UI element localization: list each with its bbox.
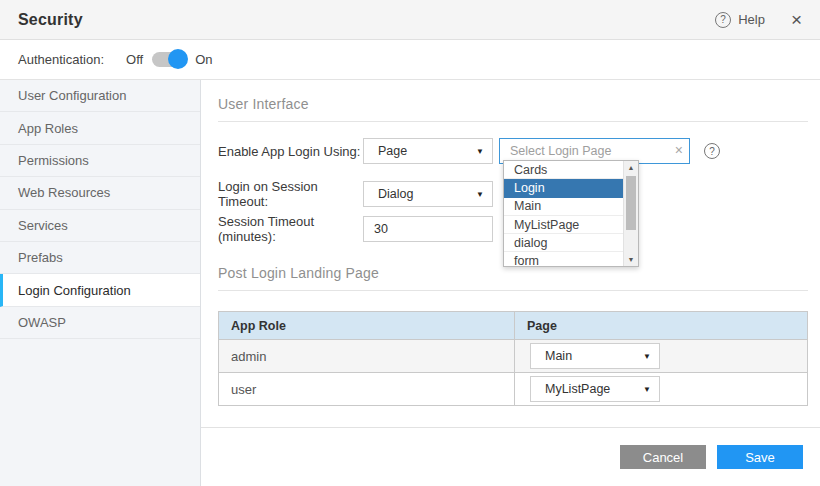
- authentication-label: Authentication:: [18, 52, 104, 67]
- save-button[interactable]: Save: [717, 445, 803, 469]
- dropdown-option-mylistpage[interactable]: MyListPage: [504, 216, 623, 234]
- chevron-down-icon: ▼: [643, 385, 651, 394]
- table-header-row: App Role Page: [219, 312, 807, 340]
- help-icon: ?: [715, 12, 731, 28]
- toggle-on-label: On: [195, 52, 212, 67]
- login-page-help-icon[interactable]: ?: [704, 143, 720, 159]
- security-dialog: Security ? Help × Authentication: Off On…: [0, 0, 820, 486]
- scrollbar-thumb[interactable]: [626, 176, 636, 230]
- help-label: Help: [738, 12, 765, 27]
- dropdown-option-login[interactable]: Login: [504, 179, 623, 197]
- authentication-bar: Authentication: Off On: [0, 40, 820, 80]
- sidebar-item-app-roles[interactable]: App Roles: [0, 112, 200, 144]
- admin-page-select[interactable]: Main ▼: [530, 343, 660, 369]
- app-role-cell: admin: [219, 340, 515, 372]
- sidebar-item-services[interactable]: Services: [0, 210, 200, 242]
- user-page-select[interactable]: MyListPage ▼: [530, 376, 660, 402]
- scroll-up-icon[interactable]: ▲: [624, 161, 638, 174]
- dropdown-option-cards[interactable]: Cards: [504, 161, 623, 179]
- session-timeout-input[interactable]: [363, 216, 493, 242]
- app-role-cell: user: [219, 373, 515, 405]
- sidebar-item-owasp[interactable]: OWASP: [0, 307, 200, 339]
- login-page-dropdown: Cards Login Main MyListPage dialog form …: [503, 160, 639, 267]
- cancel-button[interactable]: Cancel: [620, 445, 706, 469]
- dropdown-option-main[interactable]: Main: [504, 198, 623, 216]
- scrollbar-track[interactable]: [624, 174, 638, 253]
- sidebar-item-web-resources[interactable]: Web Resources: [0, 177, 200, 209]
- toggle-knob: [168, 49, 188, 69]
- dropdown-option-form[interactable]: form: [504, 252, 623, 267]
- dropdown-option-dialog[interactable]: dialog: [504, 234, 623, 252]
- session-timeout-login-select[interactable]: Dialog ▼: [363, 181, 493, 207]
- sidebar-item-login-configuration[interactable]: Login Configuration: [0, 274, 200, 306]
- post-login-table: App Role Page admin Main ▼ user: [218, 311, 808, 406]
- table-row: user MyListPage ▼: [219, 373, 807, 406]
- login-type-select[interactable]: Page ▼: [363, 138, 493, 164]
- sidebar-item-permissions[interactable]: Permissions: [0, 145, 200, 177]
- session-timeout-login-label: Login on Session Timeout:: [218, 179, 363, 209]
- sidebar-item-user-configuration[interactable]: User Configuration: [0, 80, 200, 112]
- chevron-down-icon: ▼: [476, 190, 484, 199]
- login-configuration-panel: User Interface Enable App Login Using: P…: [201, 80, 820, 486]
- authentication-toggle[interactable]: [152, 52, 186, 67]
- help-button[interactable]: ? Help: [715, 12, 765, 28]
- enable-app-login-label: Enable App Login Using:: [218, 144, 363, 159]
- page-title: Security: [18, 11, 83, 29]
- scroll-down-icon[interactable]: ▼: [624, 253, 638, 266]
- close-icon[interactable]: ×: [791, 10, 802, 29]
- dialog-footer: Cancel Save: [201, 427, 820, 486]
- chevron-down-icon: ▼: [476, 147, 484, 156]
- dropdown-scrollbar[interactable]: ▲ ▼: [623, 161, 638, 266]
- settings-sidebar: User Configuration App Roles Permissions…: [0, 80, 201, 486]
- section-user-interface: User Interface: [218, 92, 808, 122]
- column-header-page: Page: [515, 312, 807, 339]
- column-header-app-role: App Role: [219, 312, 515, 339]
- sidebar-item-prefabs[interactable]: Prefabs: [0, 242, 200, 274]
- table-row: admin Main ▼: [219, 340, 807, 373]
- toggle-off-label: Off: [126, 52, 143, 67]
- clear-icon[interactable]: ×: [675, 143, 683, 157]
- chevron-down-icon: ▼: [643, 352, 651, 361]
- session-timeout-label: Session Timeout (minutes):: [218, 214, 363, 244]
- titlebar: Security ? Help ×: [0, 0, 820, 40]
